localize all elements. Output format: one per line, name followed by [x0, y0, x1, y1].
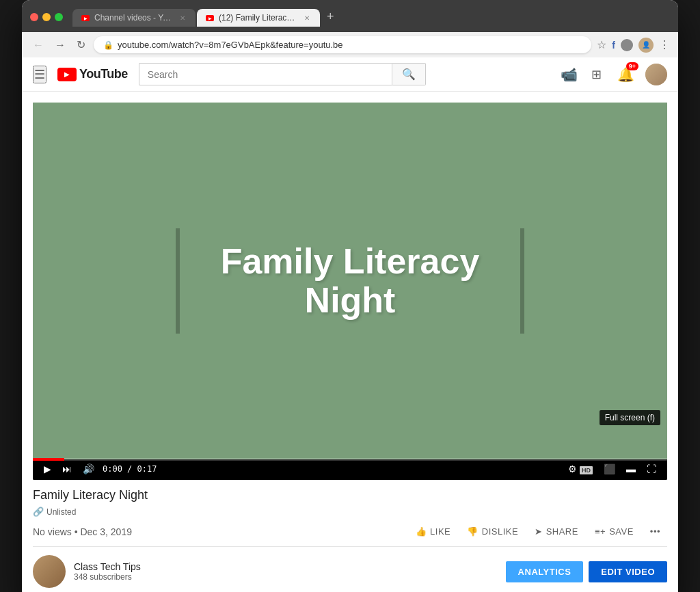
reload-button[interactable]: ↻: [74, 37, 88, 53]
unlisted-icon: 🔗: [33, 507, 44, 517]
video-title-overlay: Family Literacy Night: [176, 228, 525, 334]
tab-favicon-1: ▶: [81, 13, 90, 23]
create-video-button[interactable]: 📹: [558, 64, 580, 85]
youtube-logo[interactable]: YouTube: [57, 67, 128, 81]
unlisted-label: Unlisted: [46, 507, 76, 517]
url-display: youtube.com/watch?v=8m7eGVbAEpk&feature=…: [118, 40, 343, 50]
close-window-button[interactable]: [30, 13, 38, 21]
address-input[interactable]: 🔒 youtube.com/watch?v=8m7eGVbAEpk&featur…: [94, 36, 591, 53]
channel-info: Class Tech Tips 348 subscribers: [74, 561, 506, 582]
lock-icon: 🔒: [103, 40, 113, 50]
back-button[interactable]: ←: [30, 38, 46, 53]
browser-tab-1[interactable]: ▶ Channel videos - YouTube Studi... ✕: [72, 9, 196, 27]
edit-video-button[interactable]: EDIT VIDEO: [589, 561, 667, 582]
video-overlay-title: Family Literacy Night: [221, 242, 480, 320]
theater-icon: ▬: [626, 463, 636, 474]
avatar-image: [645, 64, 667, 85]
time-display: 0:00 / 0:17: [103, 464, 157, 474]
tab-close-1[interactable]: ✕: [178, 13, 187, 23]
video-player[interactable]: Family Literacy Night Full screen (f) ▶ …: [33, 103, 667, 480]
bookmark-icon[interactable]: ☆: [597, 38, 606, 51]
theater-button[interactable]: ▬: [623, 462, 638, 476]
share-button[interactable]: ➤ SHARE: [528, 522, 585, 541]
search-container: 🔍: [139, 63, 426, 85]
main-content: Family Literacy Night Full screen (f) ▶ …: [22, 92, 678, 592]
channel-avatar[interactable]: [33, 555, 66, 588]
like-label: LIKE: [430, 526, 450, 537]
youtube-logo-text: YouTube: [79, 67, 128, 81]
analytics-button[interactable]: ANALYTICS: [506, 561, 584, 582]
video-meta-row: No views • Dec 3, 2019 👍 LIKE 👎 DISLIKE …: [33, 522, 667, 541]
apps-button[interactable]: ⊞: [589, 64, 606, 85]
browser-actions: ☆ f 👤 ⋮: [597, 38, 670, 53]
tabs-bar: ▶ Channel videos - YouTube Studi... ✕ ▶ …: [72, 7, 670, 27]
search-input[interactable]: [139, 63, 392, 85]
search-button[interactable]: 🔍: [392, 63, 426, 85]
hamburger-menu-button[interactable]: ☰: [33, 66, 46, 83]
like-icon: 👍: [416, 526, 427, 537]
channel-name[interactable]: Class Tech Tips: [74, 561, 506, 572]
header-actions: 📹 ⊞ 🔔 9+: [558, 64, 667, 85]
share-label: SHARE: [546, 526, 578, 537]
video-title: Family Literacy Night: [33, 488, 667, 502]
channel-actions: ANALYTICS EDIT VIDEO: [506, 561, 667, 582]
channel-row: Class Tech Tips 348 subscribers ANALYTIC…: [33, 546, 667, 592]
skip-button[interactable]: ⏭: [59, 462, 75, 476]
profile-icon[interactable]: 👤: [638, 38, 654, 53]
miniplayer-icon: ⬛: [604, 463, 615, 474]
more-icon: •••: [650, 526, 660, 537]
miniplayer-button[interactable]: ⬛: [601, 462, 618, 476]
save-button[interactable]: ≡+ SAVE: [588, 522, 641, 541]
forward-button[interactable]: →: [52, 38, 68, 53]
progress-bar-container[interactable]: [33, 458, 667, 461]
video-actions: 👍 LIKE 👎 DISLIKE ➤ SHARE ≡+ SAVE: [409, 522, 667, 541]
create-icon: 📹: [561, 67, 578, 82]
save-icon: ≡+: [595, 526, 606, 537]
user-avatar[interactable]: [645, 64, 667, 85]
share-icon: ➤: [535, 526, 543, 537]
apps-icon: ⊞: [591, 67, 604, 82]
extension-icon[interactable]: [621, 39, 633, 51]
new-tab-button[interactable]: +: [321, 7, 340, 27]
notifications-button[interactable]: 🔔 9+: [615, 64, 637, 85]
save-label: SAVE: [609, 526, 634, 537]
browser-tab-2[interactable]: ▶ (12) Family Literacy Night - YouT... ✕: [197, 9, 320, 27]
browser-window: ▶ Channel videos - YouTube Studi... ✕ ▶ …: [22, 0, 678, 592]
settings-button[interactable]: ⚙ HD: [565, 462, 595, 476]
channel-subscribers: 348 subscribers: [74, 572, 506, 582]
maximize-window-button[interactable]: [55, 13, 63, 21]
video-frame: Family Literacy Night Full screen (f): [33, 103, 667, 459]
minimize-window-button[interactable]: [42, 13, 51, 21]
hd-badge: HD: [580, 466, 593, 474]
notification-count: 9+: [626, 62, 638, 70]
dislike-button[interactable]: 👎 DISLIKE: [460, 522, 525, 541]
video-stats: No views • Dec 3, 2019: [33, 526, 132, 537]
facebook-icon[interactable]: f: [612, 40, 615, 51]
like-button[interactable]: 👍 LIKE: [409, 522, 458, 541]
more-options-icon[interactable]: ⋮: [659, 38, 670, 51]
volume-button[interactable]: 🔊: [80, 462, 97, 476]
title-bar: ▶ Channel videos - YouTube Studi... ✕ ▶ …: [22, 0, 678, 32]
more-actions-button[interactable]: •••: [643, 522, 667, 541]
progress-bar-fill: [33, 458, 64, 461]
fullscreen-button[interactable]: ⛶: [644, 462, 659, 476]
address-bar: ← → ↻ 🔒 youtube.com/watch?v=8m7eGVbAEpk&…: [22, 32, 678, 57]
video-info: Family Literacy Night 🔗 Unlisted No view…: [33, 480, 667, 546]
tab-favicon-2: ▶: [205, 13, 215, 23]
video-controls: ▶ ⏭ 🔊 0:00 / 0:17 ⚙ HD ⬛ ▬ ⛶: [33, 459, 667, 480]
tab-title-2: (12) Family Literacy Night - YouT...: [219, 13, 298, 23]
tab-close-2[interactable]: ✕: [302, 13, 312, 23]
unlisted-badge: 🔗 Unlisted: [33, 507, 76, 517]
dislike-label: DISLIKE: [482, 526, 518, 537]
channel-avatar-image: [33, 555, 66, 588]
fullscreen-icon: ⛶: [647, 463, 656, 474]
youtube-header: ☰ YouTube 🔍 📹 ⊞ 🔔 9+: [22, 57, 678, 92]
settings-icon: ⚙: [568, 463, 577, 474]
fullscreen-tooltip: Full screen (f): [600, 410, 660, 425]
play-button[interactable]: ▶: [41, 462, 54, 476]
traffic-lights: [30, 13, 63, 21]
dislike-icon: 👎: [467, 526, 479, 537]
tab-title-1: Channel videos - YouTube Studi...: [94, 13, 174, 23]
youtube-logo-icon: [57, 68, 77, 81]
